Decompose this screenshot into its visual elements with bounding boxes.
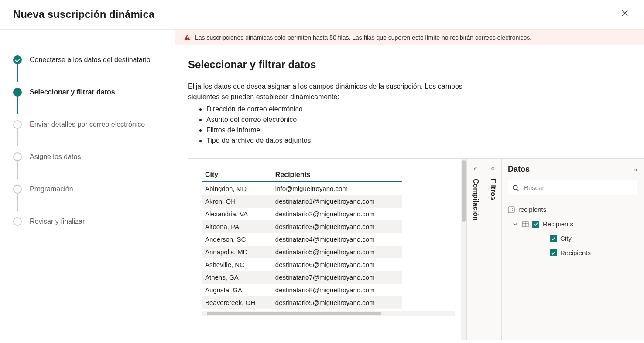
svg-point-6 (510, 210, 510, 211)
step-label: Revisar y finalizar (30, 218, 85, 225)
tree-field-node[interactable]: Recipients (508, 246, 637, 260)
table-cell: destinatario9@migueltroyano.com (272, 296, 402, 309)
wizard-step[interactable]: Asigne los datos (13, 141, 166, 173)
tree-dataset-node[interactable]: recipients (508, 202, 637, 217)
svg-point-2 (513, 185, 517, 190)
table-row[interactable]: Beavercreek, OHdestinatario9@migueltroya… (202, 296, 402, 309)
horizontal-scrollbar[interactable] (202, 311, 455, 316)
vertical-scrollbar[interactable] (461, 159, 466, 340)
checkbox-checked[interactable] (532, 221, 539, 228)
column-header[interactable]: Recipients (272, 168, 402, 182)
step-indicator-icon (13, 217, 22, 226)
wizard-step[interactable]: Seleccionar y filtrar datos (13, 76, 166, 108)
section-intro: Elija los datos que desea asignar a los … (188, 81, 485, 102)
step-indicator-icon (13, 152, 22, 161)
table-cell: info@migueltroyano.com (272, 182, 402, 195)
search-icon (512, 184, 519, 191)
wizard-step[interactable]: Revisar y finalizar (13, 205, 166, 238)
table-row[interactable]: Athens, GAdestinatario7@migueltroyano.co… (202, 271, 402, 284)
wizard-step[interactable]: Programación (13, 173, 166, 205)
table-cell: Beavercreek, OH (202, 296, 272, 309)
table-cell: Augusta, GA (202, 284, 272, 296)
table-cell: Asheville, NC (202, 258, 272, 271)
table-row[interactable]: Altoona, PAdestinatario3@migueltroyano.c… (202, 220, 402, 233)
svg-point-5 (510, 208, 510, 209)
chevron-left-icon[interactable]: « (491, 165, 495, 172)
table-cell: Akron, OH (202, 195, 272, 208)
step-label: Conectarse a los datos del destinatario (30, 56, 151, 64)
section-heading: Seleccionar y filtrar datos (188, 59, 644, 71)
warning-icon (184, 34, 191, 41)
tree-field-node[interactable]: City (508, 231, 637, 246)
table-cell: Anderson, SC (202, 233, 272, 246)
table-row[interactable]: Akron, OHdestinatario1@migueltroyano.com (202, 195, 402, 208)
checkbox-checked[interactable] (550, 235, 557, 242)
list-item: Filtros de informe (206, 125, 644, 135)
table-cell: Athens, GA (202, 271, 272, 284)
svg-point-8 (512, 210, 513, 211)
table-cell: destinatario1@migueltroyano.com (272, 195, 402, 208)
compilation-panel-collapsed[interactable]: « Compilación (466, 159, 484, 340)
table-cell: destinatario3@migueltroyano.com (272, 220, 402, 233)
close-button[interactable] (619, 7, 631, 21)
wizard-step[interactable]: Conectarse a los datos del destinatario (13, 44, 166, 76)
step-indicator-icon (13, 120, 22, 129)
wizard-steps: Conectarse a los datos del destinatarioS… (0, 30, 175, 340)
step-label: Enviar detalles por correo electrónico (30, 121, 145, 128)
column-header[interactable]: City (202, 168, 272, 182)
list-item: Dirección de correo electrónico (206, 104, 644, 114)
svg-line-3 (517, 189, 519, 191)
dialog-title: Nueva suscripción dinámica (13, 8, 154, 21)
checkbox-checked[interactable] (550, 249, 557, 256)
table-cell: destinatario8@migueltroyano.com (272, 284, 402, 296)
step-indicator-icon (13, 185, 22, 194)
filters-panel-collapsed[interactable]: « Filtros (484, 159, 501, 340)
svg-rect-4 (508, 207, 514, 213)
table-row[interactable]: Augusta, GAdestinatario8@migueltroyano.c… (202, 284, 402, 296)
svg-rect-1 (187, 39, 188, 40)
dataset-icon (508, 206, 515, 213)
step-label: Programación (30, 185, 73, 193)
table-row[interactable]: Abingdon, MDinfo@migueltroyano.com (202, 182, 402, 195)
table-cell: destinatario4@migueltroyano.com (272, 233, 402, 246)
svg-point-7 (512, 208, 513, 209)
preview-table-area[interactable]: CityRecipients Abingdon, MDinfo@migueltr… (188, 159, 461, 340)
tree-table-node[interactable]: Recipients (508, 217, 637, 231)
table-row[interactable]: Alexandria, VAdestinatario2@migueltroyan… (202, 208, 402, 220)
table-cell: Annapolis, MD (202, 246, 272, 258)
table-cell: destinatario6@migueltroyano.com (272, 258, 402, 271)
table-cell: destinatario2@migueltroyano.com (272, 208, 402, 220)
data-panel-title: Datos (508, 165, 530, 174)
tree-dataset-label: recipients (518, 206, 546, 213)
step-indicator-icon (13, 88, 22, 97)
table-row[interactable]: Anderson, SCdestinatario4@migueltroyano.… (202, 233, 402, 246)
data-panel: Datos » recipients (501, 159, 644, 340)
list-item: Asunto del correo electrónico (206, 114, 644, 125)
step-label: Asigne los datos (30, 153, 81, 161)
table-cell: Altoona, PA (202, 220, 272, 233)
warning-text: Las suscripciones dinámicas solo permite… (195, 34, 531, 41)
table-cell: Abingdon, MD (202, 182, 272, 195)
compilation-label: Compilación (472, 179, 480, 221)
fields-tree: recipients Recipients CityRecipients (508, 202, 637, 260)
wizard-step[interactable]: Enviar detalles por correo electrónico (13, 108, 166, 141)
step-label: Seleccionar y filtrar datos (30, 88, 115, 96)
chevron-right-icon[interactable]: » (634, 166, 637, 173)
tree-field-label: Recipients (560, 249, 591, 256)
table-cell: destinatario7@migueltroyano.com (272, 271, 402, 284)
preview-table: CityRecipients Abingdon, MDinfo@migueltr… (202, 168, 402, 309)
chevron-left-icon[interactable]: « (474, 165, 477, 172)
close-icon (621, 10, 628, 17)
table-row[interactable]: Annapolis, MDdestinatario5@migueltroyano… (202, 246, 402, 258)
tree-field-label: City (560, 235, 572, 242)
table-cell: Alexandria, VA (202, 208, 272, 220)
table-cell: destinatario5@migueltroyano.com (272, 246, 402, 258)
warning-banner: Las suscripciones dinámicas solo permite… (175, 30, 644, 45)
search-input[interactable] (508, 180, 637, 195)
chevron-down-icon[interactable] (512, 222, 518, 227)
svg-rect-0 (187, 36, 188, 38)
step-indicator-icon (13, 55, 22, 64)
table-row[interactable]: Asheville, NCdestinatario6@migueltroyano… (202, 258, 402, 271)
filters-label: Filtros (489, 179, 497, 200)
tree-table-label: Recipients (543, 220, 573, 228)
